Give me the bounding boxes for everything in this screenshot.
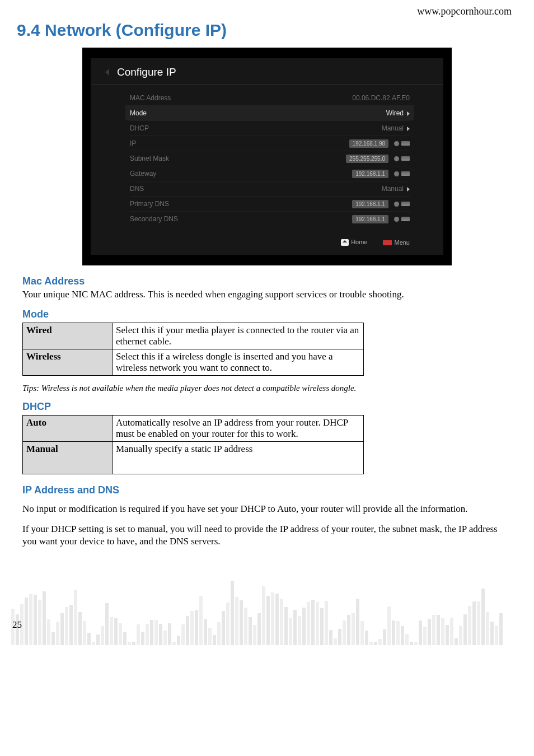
ipdns-p1: No input or modification is required if … (0, 497, 534, 523)
dhcp-value: Manual (382, 124, 410, 132)
pdns-value: 192.168.1.1 (352, 200, 388, 208)
footer-decoration (0, 572, 534, 645)
mode-label: Mode (130, 109, 386, 117)
dhcp-heading: DHCP (0, 401, 534, 414)
subnet-value: 255.255.255.0 (346, 155, 388, 163)
dhcp-auto-key: Auto (23, 416, 113, 442)
gateway-label: Gateway (130, 170, 352, 178)
mode-wireless-key: Wireless (23, 349, 113, 376)
chevron-right-icon (407, 187, 410, 192)
mac-label: MAC Address (130, 94, 352, 102)
keyboard-icon (401, 141, 410, 146)
mac-heading: Mac Address (0, 276, 534, 288)
menu-icon (383, 240, 392, 245)
dhcp-label: DHCP (130, 124, 382, 132)
keyboard-icon (401, 171, 410, 176)
keyboard-icon (401, 217, 410, 221)
ip-label: IP (130, 139, 349, 147)
mode-wired-val: Select this if your media player is conn… (113, 323, 364, 349)
gateway-value: 192.168.1.1 (352, 170, 388, 178)
menu-hint: Menu (383, 239, 410, 246)
mode-table: Wired Select this if your media player i… (22, 323, 364, 376)
ipdns-heading: IP Address and DNS (0, 480, 534, 497)
tips-text: Tips: Wireless is not available when the… (0, 381, 534, 401)
dhcp-manual-key: Manual (23, 442, 113, 474)
mac-value: 00.06.DC.82.AF.E0 (352, 94, 410, 102)
chevron-right-icon (407, 127, 410, 131)
ipdns-p2: If your DHCP setting is set to manual, y… (0, 523, 534, 556)
subnet-label: Subnet Mask (130, 155, 346, 162)
ip-value: 192.168.1.98 (349, 139, 388, 148)
mac-text: Your unique NIC MAC address. This is nee… (0, 288, 534, 309)
keyboard-icon (401, 156, 410, 161)
sdns-label: Secondary DNS (130, 215, 352, 223)
home-icon (341, 239, 349, 246)
clear-icon (394, 141, 399, 146)
config-screenshot: Configure IP MAC Address 00.06.DC.82.AF.… (82, 48, 452, 265)
clear-icon (394, 156, 399, 161)
mode-heading: Mode (0, 309, 534, 321)
mode-wireless-val: Select this if a wireless dongle is inse… (113, 349, 364, 376)
dhcp-auto-val: Automatically resolve an IP address from… (113, 416, 364, 442)
mode-wired-key: Wired (23, 323, 113, 349)
mode-value: Wired (386, 109, 410, 117)
page-number: 25 (12, 619, 22, 631)
chevron-right-icon (407, 111, 410, 116)
keyboard-icon (401, 202, 410, 206)
clear-icon (394, 202, 399, 207)
section-title: 9.4 Network (Configure IP) (0, 17, 534, 42)
home-hint: Home (341, 239, 367, 246)
pdns-label: Primary DNS (130, 200, 352, 208)
clear-icon (394, 171, 399, 176)
clear-icon (394, 217, 399, 222)
dns-label: DNS (130, 185, 382, 193)
back-icon (105, 69, 109, 76)
screenshot-title: Configure IP (117, 66, 176, 78)
page-header-url: www.popcornhour.com (0, 0, 534, 17)
dhcp-manual-val: Manually specify a static IP address (113, 442, 364, 474)
sdns-value: 192.168.1.1 (352, 215, 388, 223)
dns-value: Manual (382, 185, 410, 193)
dhcp-table: Auto Automatically resolve an IP address… (22, 415, 364, 474)
